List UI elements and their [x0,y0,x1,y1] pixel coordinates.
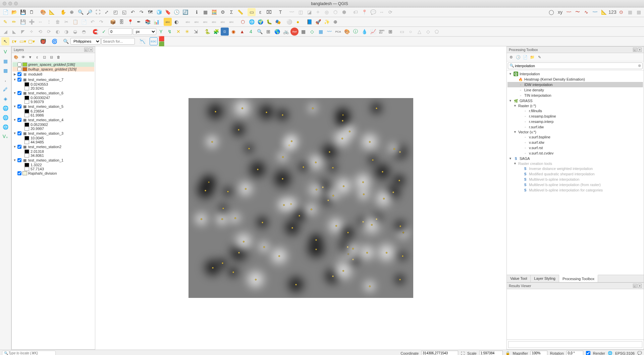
python-icon[interactable]: 🐍 [203,28,211,36]
abc-diagram-icon[interactable]: ◐ [172,18,180,26]
processing-item[interactable]: ▼Raster (r.*) [507,103,643,108]
pin-label-icon[interactable]: 📍 [360,8,368,16]
grid-opt2-icon[interactable]: ▩ [635,8,643,16]
select-features-icon[interactable]: ▭ [248,8,256,16]
layer-item[interactable]: ▼▦test_meteo_station_3 [12,131,94,136]
panel-tab[interactable]: Processing Toolbox [559,275,598,282]
dot-yellow-icon[interactable]: ● [294,18,302,26]
new-project-icon[interactable]: 📄 [1,8,9,16]
processing-item[interactable]: SMultilevel b-spline interpolation (from… [507,182,643,187]
processing-item[interactable]: ▫r.surf.idw [507,124,643,130]
edit2-icon[interactable]: ✒ [135,18,143,26]
p1-icon[interactable]: ◢ [1,28,9,36]
layer-visibility-checkbox[interactable] [17,62,21,66]
zoom-last-icon[interactable]: ↶ [129,8,137,16]
minimize-icon[interactable] [8,2,12,5]
search-input[interactable] [101,38,135,45]
maximize-icon[interactable] [14,2,18,5]
layer-item[interactable]: ▶⊞module8 [12,72,94,77]
info-icon[interactable]: ⓘ [352,28,360,36]
expand-icon[interactable]: ▶ [13,73,16,76]
edc-icon[interactable]: EDC [150,37,158,45]
processing-item[interactable]: SMultilevel b-spline interpolation [507,177,643,182]
undo-icon[interactable]: ↶ [89,18,97,26]
zoom-in-icon[interactable]: 🔍 [76,8,85,16]
refresh-icon[interactable]: 🔄 [181,8,189,16]
target-icon[interactable]: ⊕ [331,18,339,26]
topo-icon[interactable]: Y [157,28,165,36]
layer-visibility-checkbox[interactable] [17,104,21,108]
dot-white-icon[interactable]: ⚪ [285,18,293,26]
coord-input[interactable] [421,351,458,355]
messages-icon[interactable]: 💬 [637,351,642,355]
p4-icon[interactable]: ✧ [28,28,36,36]
vertex-tool-icon[interactable]: ⋮ [45,18,53,26]
delete-icon[interactable]: 🗑 [54,18,62,26]
expand-icon[interactable]: ▼ [13,118,16,122]
xy-tool-icon[interactable]: xy [556,8,564,16]
close-panel2-icon[interactable]: ✕ [638,48,642,52]
grid3-icon[interactable]: ⊞ [386,28,394,36]
bookmarks-icon[interactable]: 🔖 [164,8,172,16]
processing-item[interactable]: 🔥Heatmap (Kernel Density Estimation) [507,77,643,82]
package-icon[interactable]: 📦 [109,18,117,26]
open-project-icon[interactable]: 📂 [10,8,18,16]
redo-icon[interactable]: ↷ [97,18,105,26]
dim-tool6-icon[interactable]: ⬡ [331,8,339,16]
window-controls[interactable] [3,2,18,5]
zoom-out-icon[interactable]: 🔎 [85,8,93,16]
layer-visibility-checkbox[interactable] [17,158,21,162]
crs-label[interactable]: EPSG:3106 [615,351,635,355]
pan-icon[interactable]: ✋ [59,8,67,16]
locator-input[interactable] [2,351,56,355]
mask-icon[interactable]: 🎭 [274,18,282,26]
db-manager-icon[interactable]: 🗄 [117,18,125,26]
p9-icon[interactable]: ◒ [71,28,79,36]
text-annotation-icon[interactable]: T [276,8,284,16]
snap-tool-icon[interactable]: ⊙ [617,8,625,16]
add-vector-icon[interactable]: V [1,48,10,56]
pencil-icon[interactable]: ✎ [1,18,9,26]
expand-icon[interactable]: ▼ [13,78,16,81]
layer-item[interactable]: ▼▦test_meteo_station2 [12,144,94,149]
save-edits-icon[interactable]: 💾 [19,18,27,26]
processing-item[interactable]: ▫v.surf.rst.cvdev [507,150,643,156]
abc-rot-icon[interactable]: abc [219,18,227,26]
dim-tool4-icon[interactable]: ✧ [314,8,322,16]
layer-item[interactable]: ▼▦test_meteo_station_5 [12,104,94,109]
undock3-icon[interactable]: ◱ [633,284,637,288]
processing-item[interactable]: SMultilevel b-spline interpolation for c… [507,187,643,193]
panel-tab[interactable]: Value Tool [507,275,531,282]
snap-opts-icon[interactable]: ✓ [100,28,108,36]
pca-icon[interactable]: PCA [334,28,342,36]
add-virtual-icon[interactable]: ◈ [1,95,10,103]
move-label-icon[interactable]: ↔ [378,8,386,16]
layer-expand-icon[interactable]: ⊡ [41,54,47,60]
layer-remove-icon[interactable]: 🗑 [55,54,61,60]
expr-select-icon[interactable]: ε▾ [10,37,18,45]
fire-icon[interactable]: ▲ [238,28,246,36]
expand-icon[interactable]: ▼ [514,162,517,165]
map-canvas[interactable] [95,46,506,350]
layer-tree[interactable]: green_spaces_gridded [186]builtup_spaces… [12,61,95,349]
expand-icon[interactable]: ▼ [13,145,16,148]
color-wheel-icon[interactable]: 🎨 [343,28,351,36]
extent-icon[interactable]: ⛶ [461,351,465,355]
layer-visibility-checkbox[interactable] [17,91,21,95]
layer-collapse-icon[interactable]: ⊟ [48,54,54,60]
processing-item[interactable]: ▼SSAGA [507,156,643,161]
snap-value-input[interactable] [109,28,132,35]
select-by-value-icon[interactable]: ε [256,8,264,16]
magnet-icon[interactable]: 🧲 [91,28,99,36]
layer-expr-icon[interactable]: ε [34,54,40,60]
measure-icon[interactable]: 📏 [236,8,244,16]
diamond-icon[interactable]: ◇ [308,28,316,36]
expand-icon[interactable]: ▼ [514,104,517,107]
field-calc-icon[interactable]: 🧮 [210,8,218,16]
clear-search-icon[interactable]: ⊗ [638,63,641,68]
stats-icon[interactable]: Σ [227,8,235,16]
processing-item[interactable]: ▫Line density [507,87,643,93]
script-icon[interactable]: 📄 [522,54,528,60]
rgb-icon[interactable]: 🟥🟩 [158,37,166,45]
panel-tab[interactable]: Layer Styling [531,275,559,282]
